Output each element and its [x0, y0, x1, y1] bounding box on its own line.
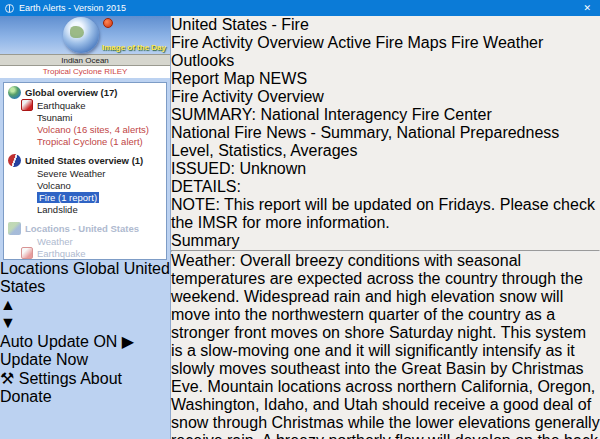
issued-label: ISSUED: — [171, 160, 235, 177]
image-of-the-day[interactable]: Image of the Day — [0, 16, 170, 54]
image-of-the-day-label: Image of the Day — [102, 43, 166, 52]
locations-bar: Locations Global United States — [0, 260, 170, 296]
titlebar: Earth Alerts - Version 2015 ✕ — [0, 0, 600, 16]
issued-value: Unknown — [239, 160, 306, 177]
weather-icon — [21, 235, 33, 247]
main-header: United States - Fire — [171, 16, 600, 34]
tab-fire-activity-overview[interactable]: Fire Activity Overview — [171, 34, 324, 51]
sidebar-item-tropical-cyclone[interactable]: Tropical Cyclone (1 alert) — [6, 135, 164, 147]
global-overview-header: Global overview (17) — [6, 86, 164, 99]
severe-weather-icon — [21, 167, 33, 179]
down-arrow-button[interactable]: ▼ — [0, 314, 170, 332]
main-area: United States - Fire Fire Activity Overv… — [171, 16, 600, 439]
section-summary-title: Summary — [171, 232, 600, 250]
fire-icon — [21, 191, 33, 203]
app-icon — [5, 4, 14, 13]
window-title: Earth Alerts - Version 2015 — [19, 3, 574, 13]
earthquake-icon — [21, 99, 33, 111]
page-title: United States - Fire — [171, 16, 309, 33]
event-marker-icon — [103, 18, 113, 28]
about-button[interactable]: About — [80, 370, 122, 387]
earthquake-icon — [21, 247, 33, 259]
sidebar-item-weather-location[interactable]: Weather — [6, 235, 164, 247]
report-note: NOTE: This report will be updated on Fri… — [171, 196, 600, 232]
volcano-icon — [21, 123, 33, 135]
sidebar-item-earthquake-location[interactable]: Earthquake — [6, 247, 164, 259]
report-content: Fire Activity Overview SUMMARY: National… — [171, 88, 600, 439]
sidebar-item-tsunami[interactable]: Tsunami — [6, 111, 164, 123]
tab-bar: Fire Activity Overview Active Fire Maps … — [171, 34, 600, 70]
cyclone-icon — [21, 135, 33, 147]
sidebar-item-landslide[interactable]: Landslide — [6, 203, 164, 215]
weather-summary-text: Weather: Overall breezy conditions with … — [171, 252, 600, 439]
report-heading: Fire Activity Overview — [171, 88, 600, 106]
report-panel: Fire Activity Overview SUMMARY: National… — [171, 88, 600, 439]
summary-detail-link[interactable]: National Fire News - Summary, National P… — [171, 124, 559, 159]
sidebar-item-earthquake[interactable]: Earthquake — [6, 99, 164, 111]
up-arrow-button[interactable]: ▲ — [0, 296, 170, 314]
subtab-report[interactable]: Report — [171, 70, 219, 87]
sidebar-item-fire[interactable]: Fire (1 report) — [6, 191, 164, 203]
details-label: DETAILS: — [171, 178, 241, 195]
sidebar: Image of the Day Indian Ocean Tropical C… — [0, 16, 171, 439]
map-icon — [8, 222, 21, 235]
globe-icon — [8, 86, 21, 99]
subtab-bar: Report Map NEWS — [171, 70, 600, 88]
play-icon: ▶ — [122, 333, 134, 350]
locations-overview-header: Locations - United States — [6, 222, 164, 235]
landslide-icon — [21, 203, 33, 215]
image-location-label: Indian Ocean — [0, 54, 170, 66]
volcano-icon — [21, 179, 33, 191]
radio-global[interactable]: Global — [73, 260, 124, 277]
settings-button[interactable]: ⚒ Settings — [0, 370, 80, 387]
earth-globe-image — [63, 17, 99, 53]
sidebar-item-severe-weather[interactable]: Severe Weather — [6, 167, 164, 179]
overview-panel: Global overview (17) Earthquake Tsunami … — [3, 82, 167, 260]
list-scroll-buttons: ▲ ▼ — [0, 296, 170, 332]
summary-label: SUMMARY: — [171, 106, 256, 123]
tools-icon: ⚒ — [0, 370, 14, 387]
auto-update-toggle[interactable]: Auto Update ON — [0, 333, 122, 350]
subtab-map[interactable]: Map — [223, 70, 254, 87]
us-globe-icon — [8, 154, 21, 167]
close-button[interactable]: ✕ — [579, 3, 595, 13]
donate-button[interactable]: Donate — [0, 388, 52, 405]
tsunami-icon — [21, 111, 33, 123]
tab-active-fire-maps[interactable]: Active Fire Maps — [327, 34, 446, 51]
us-overview-header: United States overview (1) — [6, 154, 164, 167]
summary-source-link[interactable]: National Interagency Fire Center — [261, 106, 492, 123]
locations-caption: Locations — [0, 260, 69, 277]
image-event-label[interactable]: Tropical Cyclone RILEY — [0, 66, 170, 78]
subtab-news[interactable]: NEWS — [259, 70, 307, 87]
sidebar-item-volcano-us[interactable]: Volcano — [6, 179, 164, 191]
sidebar-item-volcano-global[interactable]: Volcano (16 sites, 4 alerts) — [6, 123, 164, 135]
